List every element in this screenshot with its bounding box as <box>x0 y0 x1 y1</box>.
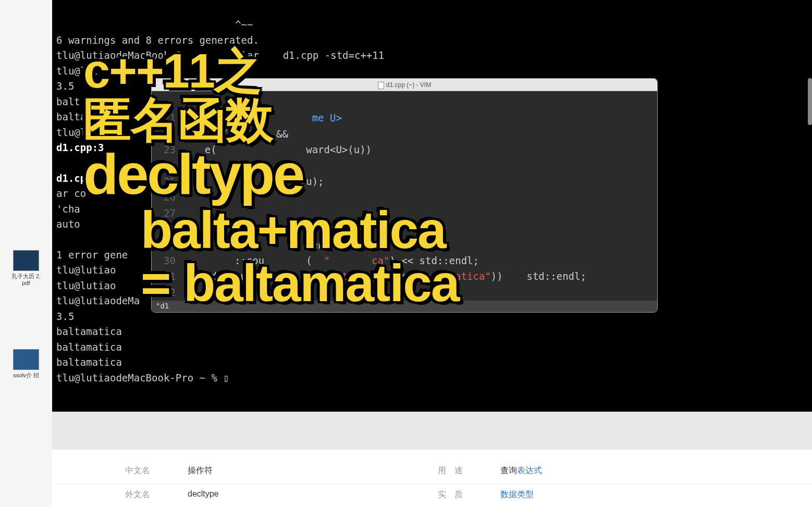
document-icon <box>378 82 384 89</box>
terminal-line: tlu@lutiao <box>56 280 116 291</box>
cursor-icon: ▯ <box>223 372 229 384</box>
info-label: 中文名 <box>125 465 188 476</box>
terminal-line: d1.cpp:3 <box>56 142 104 153</box>
info-link[interactable]: 数据类型 <box>500 490 534 499</box>
desktop-file-1-label: 孔子大历 2.pdf <box>10 273 42 287</box>
vim-title-text: d1.cpp (~) - VIM <box>386 81 431 89</box>
code-line: std::cout << ( "balta", std::string("mat… <box>181 270 586 282</box>
code-line: ::cou ( " ca") << std::endl; <box>181 255 479 266</box>
code-line: "m <box>181 287 408 298</box>
info-panel: 中文名 操作符 用 途 查询表达式 外文名 decltype 实 质 数据类型 <box>52 450 812 507</box>
info-label: 外文名 <box>125 489 188 500</box>
info-label: 实 质 <box>438 489 500 500</box>
info-row: 中文名 操作符 用 途 查询表达式 <box>52 460 812 484</box>
line-number: 32 <box>152 285 176 300</box>
code-line: e( ward<U>(u)) <box>181 144 372 155</box>
terminal-line: balt <box>56 96 80 107</box>
info-value: decltype <box>188 489 438 500</box>
terminal-line: tlu@lut <box>56 65 98 77</box>
line-number: 30 <box>152 253 176 268</box>
terminal-line: auto <box>56 218 80 230</box>
file-icon <box>13 349 39 370</box>
info-value: 查询表达式 <box>500 465 542 476</box>
info-link[interactable]: 表达式 <box>517 466 542 475</box>
info-value: 数据类型 <box>500 489 534 500</box>
code-line: d( T && && <box>181 128 288 140</box>
line-number: 25 <box>152 174 176 189</box>
pdf-icon <box>13 250 39 271</box>
terminal-line: d1.cpp: 6: <box>56 172 134 184</box>
terminal-line: tlu@lut <box>56 127 98 138</box>
code-line: endl; <box>181 239 342 251</box>
info-value: 操作符 <box>188 465 438 476</box>
desktop-file-2[interactable]: ssolv介 绍 <box>10 349 42 379</box>
terminal-line: ^~~ <box>56 19 253 30</box>
code-line: >(u); <box>181 176 324 187</box>
terminal-prompt-line: tlu@lutiaodeMacBook-Pro ~ % ▯ <box>56 372 229 384</box>
terminal-line: tlu@lutiaodeMa <box>56 295 140 306</box>
vim-editor-window[interactable]: d1.cpp (~) - VIM 21templ me U> 22 d( T &… <box>151 78 658 313</box>
terminal-line: 1 error gene <box>56 249 128 261</box>
terminal-line: 3.5 <box>56 80 74 92</box>
terminal-line: tlu@lutiao <box>56 264 116 276</box>
line-number: 29 <box>152 237 176 253</box>
line-number: 31 <box>152 268 176 284</box>
terminal-line: 6 warnings and 8 errors generated. <box>56 34 259 46</box>
terminal-line: baltamatica <box>56 326 122 337</box>
terminal-line: baltamatica <box>56 111 122 122</box>
line-number: 24 <box>152 158 176 174</box>
line-number: 26 <box>152 189 176 205</box>
scrollbar-thumb[interactable] <box>808 78 812 125</box>
desktop-file-2-label: ssolv介 绍 <box>10 372 42 379</box>
code-line: templ me U> <box>181 112 342 123</box>
terminal-line: 3.5 <box>56 311 74 322</box>
vim-statusline: "d1 <box>152 301 657 312</box>
line-number: 28 <box>152 221 176 237</box>
line-number: 23 <box>152 142 176 157</box>
line-number: 22 <box>152 126 176 142</box>
vim-code-area[interactable]: 21templ me U> 22 d( T && && 23 e( ward<U… <box>152 91 657 313</box>
info-label: 用 途 <box>438 465 500 476</box>
line-number: 21 <box>152 110 176 126</box>
terminal-line: tlu@lutiaodeMacBook-P clar d1.cpp -std=c… <box>56 50 384 61</box>
line-number: 27 <box>152 205 176 221</box>
info-row: 外文名 decltype 实 质 数据类型 <box>52 484 812 507</box>
terminal-line: ar co <box>56 188 86 199</box>
terminal-line: baltamatica <box>56 356 122 368</box>
terminal-line: 'cha <box>56 203 80 215</box>
desktop-file-1[interactable]: 孔子大历 2.pdf <box>10 250 42 287</box>
vim-titlebar[interactable]: d1.cpp (~) - VIM <box>152 79 657 91</box>
desktop-sidebar: 孔子大历 2.pdf ssolv介 绍 <box>0 0 52 507</box>
terminal-line: baltamatica <box>56 341 122 353</box>
